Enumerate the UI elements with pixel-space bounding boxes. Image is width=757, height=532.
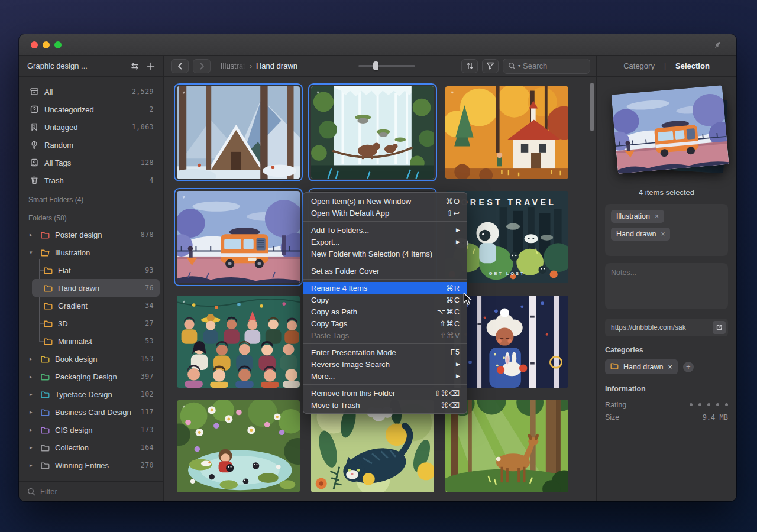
thumbnail-pond-girl[interactable]: ♥ xyxy=(174,397,303,495)
sidebar-item-all-tags[interactable]: All Tags 128 xyxy=(22,154,160,171)
sort-button[interactable] xyxy=(461,59,478,73)
category-chip-hand-drawn[interactable]: Hand drawn × xyxy=(605,359,678,374)
disclosure-icon[interactable]: ▸ xyxy=(30,391,35,397)
submenu-arrow-icon: ▶ xyxy=(456,227,460,233)
sidebar-item-all[interactable]: All 2,529 xyxy=(22,83,160,100)
folder-label: Packaging Design xyxy=(55,372,117,381)
disclosure-icon[interactable]: ▾ xyxy=(30,249,35,255)
folder-label: Hand drawn xyxy=(58,284,99,293)
filter-button[interactable] xyxy=(482,59,499,73)
menu-item-new-folder-with-selection[interactable]: New Folder with Selection (4 Items) xyxy=(303,248,467,259)
thumbnail-size-slider[interactable] xyxy=(358,65,415,67)
folder-count: 117 xyxy=(141,408,154,416)
folder-3d[interactable]: 3D 27 xyxy=(32,314,160,332)
disclosure-icon[interactable]: ▸ xyxy=(30,409,35,415)
filter-input[interactable] xyxy=(40,487,155,496)
breadcrumb-current[interactable]: Hand drawn xyxy=(256,61,297,70)
section-smart-folders[interactable]: Smart Folders (4) xyxy=(19,192,163,207)
category-label: Hand drawn xyxy=(623,363,663,371)
folder-minimalist[interactable]: Minimalist 53 xyxy=(32,332,160,350)
remove-category-icon[interactable]: × xyxy=(668,363,672,371)
tag-chip-illustration[interactable]: Illustration × xyxy=(611,210,664,223)
slider-thumb[interactable] xyxy=(373,61,378,70)
sidebar-item-random[interactable]: Random xyxy=(22,136,160,154)
url-text[interactable]: https://dribbble.com/sak xyxy=(611,323,709,332)
disclosure-icon[interactable]: ▸ xyxy=(30,232,35,238)
thumbnail-snow-cabin[interactable]: ♥ xyxy=(174,83,303,181)
search-input[interactable] xyxy=(523,61,585,70)
tab-category[interactable]: Category xyxy=(623,61,655,70)
rating-row: Rating xyxy=(605,398,728,411)
chevron-down-icon[interactable]: ▾ xyxy=(518,63,520,69)
folder-icon xyxy=(41,355,50,363)
sidebar-item-trash[interactable]: Trash 4 xyxy=(22,171,160,189)
open-link-button[interactable] xyxy=(713,321,726,334)
folder-book-design[interactable]: ▸ Book design 153 xyxy=(22,350,160,368)
sidebar-item-untagged[interactable]: Untagged 1,063 xyxy=(22,118,160,136)
breadcrumb-parent[interactable]: Illustrat xyxy=(221,61,245,70)
filter-bar xyxy=(19,481,163,501)
disclosure-icon[interactable]: ▸ xyxy=(30,445,35,450)
add-category-button[interactable]: + xyxy=(683,362,694,372)
menu-item-add-to-folders[interactable]: Add To Folders... ▶ xyxy=(303,224,467,236)
folder-hand-drawn[interactable]: Hand drawn 76 xyxy=(32,279,160,297)
menu-item-export[interactable]: Export... ▶ xyxy=(303,236,467,248)
sidebar-item-uncategorized[interactable]: Uncategorized 2 xyxy=(22,100,160,118)
menu-item-open-new-window[interactable]: Open Item(s) in New Window ⌘O xyxy=(303,195,467,207)
disclosure-icon[interactable]: ▸ xyxy=(30,356,35,362)
disclosure-icon[interactable]: ▸ xyxy=(30,462,35,468)
menu-item-move-to-trash[interactable]: Move to Trash ⌘⌫ xyxy=(303,399,467,411)
menu-item-set-folder-cover[interactable]: Set as Folder Cover xyxy=(303,265,467,277)
url-field[interactable]: https://dribbble.com/sak xyxy=(605,319,728,336)
menu-item-remove-from-folder[interactable]: Remove from this Folder ⇧⌘⌫ xyxy=(303,387,467,399)
thumbnail-orange-bus[interactable]: ♥ xyxy=(174,188,303,286)
forward-button[interactable] xyxy=(193,59,211,73)
menu-item-copy[interactable]: Copy ⌘C xyxy=(303,294,467,306)
zoom-window-button[interactable] xyxy=(54,41,62,48)
poster-subtitle: GET LOST xyxy=(489,271,525,276)
folder-collection[interactable]: ▸ Collection 164 xyxy=(22,439,160,456)
library-title[interactable]: Graphic design ... xyxy=(27,61,123,70)
disclosure-icon[interactable]: ▸ xyxy=(30,427,35,433)
back-button[interactable] xyxy=(171,59,189,73)
minimize-window-button[interactable] xyxy=(43,41,50,48)
menu-item-copy-as-path[interactable]: Copy as Path ⌥⌘C xyxy=(303,306,467,317)
remove-tag-icon[interactable]: × xyxy=(655,212,659,220)
menu-item-presentation-mode[interactable]: Enter Presentation Mode F5 xyxy=(303,346,467,358)
pin-window-icon[interactable] xyxy=(713,40,722,52)
thumbnail-waterfall-bears[interactable]: ♥ xyxy=(308,83,437,181)
close-window-button[interactable] xyxy=(31,41,38,48)
folder-poster-design[interactable]: ▸ Poster design 878 xyxy=(22,226,160,244)
menu-item-copy-tags[interactable]: Copy Tags ⇧⌘C xyxy=(303,317,467,329)
folder-winning-entries[interactable]: ▸ Winning Entries 270 xyxy=(22,456,160,474)
folder-count: 93 xyxy=(145,266,154,274)
disclosure-icon[interactable]: ▸ xyxy=(30,374,35,379)
grid-scrollbar[interactable] xyxy=(590,83,594,131)
thumbnail-crowd-people[interactable]: ♥ xyxy=(174,293,303,391)
tab-selection[interactable]: Selection xyxy=(675,61,710,70)
rating-dots[interactable] xyxy=(690,403,728,406)
folder-illustration[interactable]: ▾ Illustration xyxy=(22,244,160,261)
folder-typeface-design[interactable]: ▸ Typeface Design 102 xyxy=(22,385,160,403)
add-folder-icon[interactable] xyxy=(147,62,155,70)
selection-preview[interactable] xyxy=(605,84,728,186)
folder-cis-design[interactable]: ▸ CIS design 173 xyxy=(22,421,160,439)
favorite-watermark-icon: ♥ xyxy=(183,299,186,304)
remove-tag-icon[interactable]: × xyxy=(661,230,665,238)
menu-item-more[interactable]: More... ▶ xyxy=(303,370,467,382)
folder-gradient[interactable]: Gradient 34 xyxy=(32,297,160,314)
section-folders[interactable]: Folders (58) xyxy=(19,210,163,226)
menu-item-rename[interactable]: Rename 4 Items ⌘R xyxy=(303,282,467,294)
folder-packaging-design[interactable]: ▸ Packaging Design 397 xyxy=(22,368,160,385)
switch-library-icon[interactable] xyxy=(130,62,140,70)
notes-input[interactable] xyxy=(605,263,728,309)
menu-item-reverse-image-search[interactable]: Reverse Image Search ▶ xyxy=(303,358,467,370)
tag-chip-hand-drawn[interactable]: Hand drawn × xyxy=(611,228,670,241)
thumbnail-autumn-house[interactable]: ♥ xyxy=(442,83,571,181)
menu-item-open-default-app[interactable]: Open With Default App ⇧↩ xyxy=(303,207,467,219)
title-bar[interactable] xyxy=(19,34,736,56)
tags-box[interactable]: Illustration × Hand drawn × xyxy=(605,204,728,256)
folder-business-card-design[interactable]: ▸ Business Card Design 117 xyxy=(22,403,160,421)
folder-flat[interactable]: Flat 93 xyxy=(32,261,160,279)
search-field[interactable]: ▾ xyxy=(503,59,590,74)
